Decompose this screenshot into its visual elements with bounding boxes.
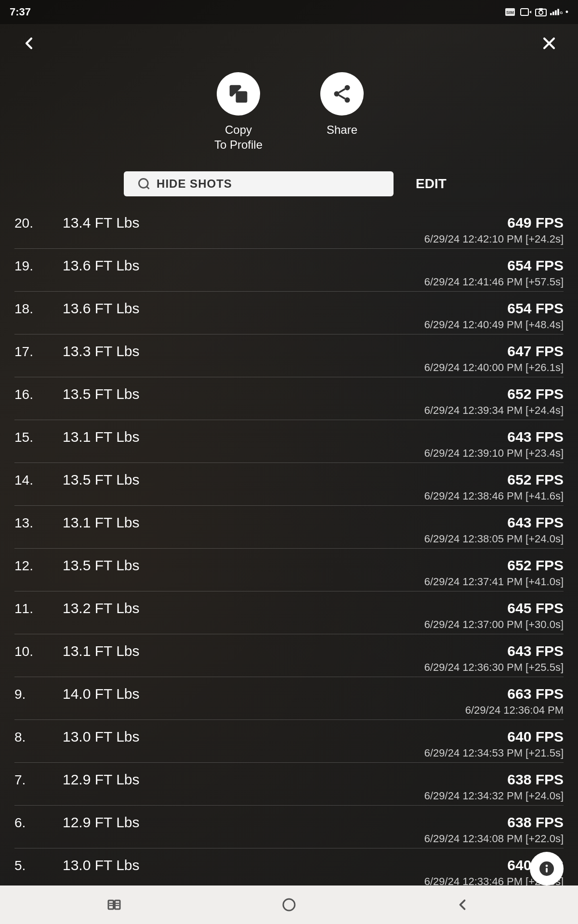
list-item[interactable]: 20.13.4 FT Lbs649 FPS6/29/24 12:42:10 PM… — [14, 206, 564, 249]
list-item[interactable]: 19.13.6 FT Lbs654 FPS6/29/24 12:41:46 PM… — [14, 249, 564, 292]
home-icon — [280, 896, 298, 913]
share-button[interactable]: Share — [320, 72, 364, 152]
shot-ft-lbs: 13.4 FT Lbs — [63, 215, 140, 231]
recent-apps-button[interactable] — [99, 893, 132, 917]
shot-timestamp: 6/29/24 12:33:46 PM [+26.5s] — [63, 875, 564, 886]
photo-icon — [535, 8, 547, 16]
copy-to-profile-button[interactable]: CopyTo Profile — [214, 72, 263, 152]
copy-to-profile-circle — [217, 72, 260, 116]
svg-line-21 — [147, 187, 149, 189]
shot-data: 13.0 FT Lbs640 FPS6/29/24 12:34:53 PM [+… — [63, 729, 564, 759]
svg-rect-2 — [521, 9, 528, 15]
list-item[interactable]: 12.13.5 FT Lbs652 FPS6/29/24 12:37:41 PM… — [14, 549, 564, 591]
svg-rect-8 — [552, 12, 554, 15]
info-button[interactable] — [530, 852, 564, 886]
status-time: 7:37 — [10, 6, 31, 18]
list-item[interactable]: 5.13.0 FT Lbs640 FPS6/29/24 12:33:46 PM … — [14, 848, 564, 886]
shot-ft-lbs: 13.6 FT Lbs — [63, 300, 140, 317]
edit-button[interactable]: EDIT — [408, 171, 454, 196]
shot-data: 12.9 FT Lbs638 FPS6/29/24 12:34:08 PM [+… — [63, 814, 564, 845]
shot-timestamp: 6/29/24 12:41:46 PM [+57.5s] — [63, 276, 564, 288]
list-item[interactable]: 16.13.5 FT Lbs652 FPS6/29/24 12:39:34 PM… — [14, 377, 564, 420]
list-item[interactable]: 14.13.5 FT Lbs652 FPS6/29/24 12:38:46 PM… — [14, 463, 564, 506]
shot-data: 13.6 FT Lbs654 FPS6/29/24 12:40:49 PM [+… — [63, 300, 564, 331]
svg-marker-3 — [529, 11, 531, 13]
status-bar: 7:37 SIM — [0, 0, 578, 24]
close-button[interactable] — [535, 29, 564, 58]
svg-rect-32 — [283, 899, 295, 911]
shot-ft-lbs: 13.5 FT Lbs — [63, 557, 140, 574]
shot-number: 9. — [14, 687, 63, 702]
sim-icon: SIM — [504, 8, 516, 16]
shot-timestamp: 6/29/24 12:36:30 PM [+25.5s] — [63, 661, 564, 674]
svg-line-19 — [339, 89, 345, 92]
shot-timestamp: 6/29/24 12:37:41 PM [+41.0s] — [63, 576, 564, 588]
shot-timestamp: 6/29/24 12:38:46 PM [+41.6s] — [63, 490, 564, 502]
list-item[interactable]: 10.13.1 FT Lbs643 FPS6/29/24 12:36:30 PM… — [14, 634, 564, 677]
shot-data: 13.4 FT Lbs649 FPS6/29/24 12:42:10 PM [+… — [63, 215, 564, 245]
shot-number: 13. — [14, 515, 63, 531]
shot-fps: 638 FPS — [507, 814, 564, 831]
list-item[interactable]: 15.13.1 FT Lbs643 FPS6/29/24 12:39:10 PM… — [14, 420, 564, 463]
list-item[interactable]: 7.12.9 FT Lbs638 FPS6/29/24 12:34:32 PM … — [14, 763, 564, 806]
shot-number: 10. — [14, 644, 63, 659]
shot-fps: 652 FPS — [507, 472, 564, 488]
shot-number: 20. — [14, 216, 63, 231]
shot-number: 16. — [14, 387, 63, 402]
copy-to-profile-label: CopyTo Profile — [214, 122, 263, 152]
hide-shots-label: HIDE SHOTS — [157, 177, 232, 191]
shot-data: 13.3 FT Lbs647 FPS6/29/24 12:40:00 PM [+… — [63, 343, 564, 374]
shot-data: 13.6 FT Lbs654 FPS6/29/24 12:41:46 PM [+… — [63, 257, 564, 288]
back-arrow-icon — [19, 34, 39, 53]
shot-ft-lbs: 13.5 FT Lbs — [63, 472, 140, 488]
shot-data: 13.5 FT Lbs652 FPS6/29/24 12:37:41 PM [+… — [63, 557, 564, 588]
list-item[interactable]: 6.12.9 FT Lbs638 FPS6/29/24 12:34:08 PM … — [14, 806, 564, 848]
shot-ft-lbs: 13.1 FT Lbs — [63, 514, 140, 531]
svg-rect-6 — [539, 8, 543, 10]
svg-rect-27 — [115, 900, 120, 909]
info-icon — [538, 860, 555, 877]
list-item[interactable]: 9.14.0 FT Lbs663 FPS6/29/24 12:36:04 PM — [14, 677, 564, 720]
shot-number: 5. — [14, 858, 63, 873]
shot-timestamp: 6/29/24 12:38:05 PM [+24.0s] — [63, 533, 564, 545]
shot-timestamp: 6/29/24 12:36:04 PM — [63, 704, 564, 717]
shot-ft-lbs: 13.1 FT Lbs — [63, 429, 140, 445]
shot-ft-lbs: 14.0 FT Lbs — [63, 686, 140, 702]
back-nav-button[interactable] — [446, 893, 479, 917]
shot-data: 13.5 FT Lbs652 FPS6/29/24 12:38:46 PM [+… — [63, 472, 564, 502]
svg-rect-26 — [108, 900, 114, 909]
list-item[interactable]: 11.13.2 FT Lbs645 FPS6/29/24 12:37:00 PM… — [14, 591, 564, 634]
home-button[interactable] — [272, 893, 306, 917]
shot-fps: 645 FPS — [507, 600, 564, 616]
screen-record-icon — [519, 8, 532, 16]
shot-timestamp: 6/29/24 12:40:00 PM [+26.1s] — [63, 361, 564, 374]
svg-point-25 — [546, 865, 548, 867]
shot-data: 14.0 FT Lbs663 FPS6/29/24 12:36:04 PM — [63, 686, 564, 717]
shot-number: 8. — [14, 730, 63, 745]
shot-ft-lbs: 13.0 FT Lbs — [63, 857, 140, 873]
shot-fps: 654 FPS — [507, 300, 564, 317]
list-item[interactable]: 8.13.0 FT Lbs640 FPS6/29/24 12:34:53 PM … — [14, 720, 564, 763]
svg-line-18 — [339, 95, 345, 99]
copy-icon — [228, 83, 249, 104]
shot-number: 11. — [14, 601, 63, 616]
shot-data: 13.1 FT Lbs643 FPS6/29/24 12:36:30 PM [+… — [63, 643, 564, 674]
shot-number: 17. — [14, 344, 63, 359]
list-item[interactable]: 17.13.3 FT Lbs647 FPS6/29/24 12:40:00 PM… — [14, 334, 564, 377]
shot-data: 13.0 FT Lbs640 FPS6/29/24 12:33:46 PM [+… — [63, 857, 564, 886]
close-icon — [539, 34, 559, 53]
status-icons: SIM G • — [504, 7, 568, 17]
svg-point-15 — [345, 85, 350, 90]
shot-timestamp: 6/29/24 12:42:10 PM [+24.2s] — [63, 233, 564, 245]
shot-fps: 654 FPS — [507, 257, 564, 274]
list-item[interactable]: 13.13.1 FT Lbs643 FPS6/29/24 12:38:05 PM… — [14, 506, 564, 549]
shot-fps: 652 FPS — [507, 557, 564, 574]
svg-point-17 — [345, 97, 350, 103]
back-button[interactable] — [14, 29, 43, 58]
hide-shots-button[interactable]: HIDE SHOTS — [124, 171, 394, 196]
shot-ft-lbs: 13.2 FT Lbs — [63, 600, 140, 616]
svg-point-16 — [334, 91, 340, 97]
svg-rect-9 — [555, 10, 557, 15]
list-item[interactable]: 18.13.6 FT Lbs654 FPS6/29/24 12:40:49 PM… — [14, 292, 564, 334]
shot-timestamp: 6/29/24 12:39:34 PM [+24.4s] — [63, 404, 564, 417]
